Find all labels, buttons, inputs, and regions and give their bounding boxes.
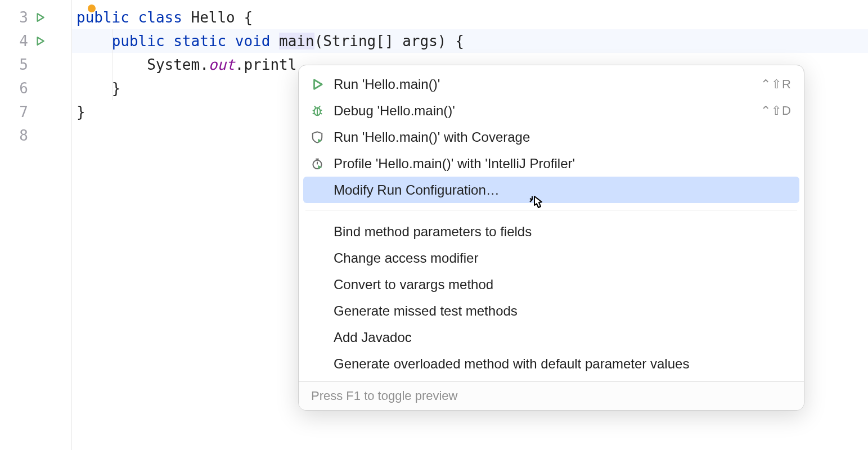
menu-item-run[interactable]: Run 'Hello.main()' ⌃⇧R — [299, 71, 804, 97]
menu-label: Add Javadoc — [334, 330, 791, 345]
code-line[interactable]: public class Hello { — [72, 6, 868, 29]
svg-line-3 — [320, 110, 322, 110]
footer-hint: Press F1 to toggle preview — [311, 389, 457, 403]
menu-item-debug[interactable]: Debug 'Hello.main()' ⌃⇧D — [299, 97, 804, 124]
menu-label: Profile 'Hello.main()' with 'IntelliJ Pr… — [334, 156, 791, 172]
class-name: Hello — [191, 9, 235, 26]
warning-indicator-icon[interactable] — [88, 4, 96, 12]
menu-item-generate-tests[interactable]: Generate missed test methods — [299, 298, 804, 324]
menu-item-generate-overload[interactable]: Generate overloaded method with default … — [299, 350, 804, 377]
menu-label: Generate missed test methods — [334, 303, 791, 319]
svg-line-4 — [313, 113, 314, 114]
run-icon[interactable] — [35, 12, 45, 22]
gutter-row[interactable]: 4 — [0, 29, 71, 53]
gutter-row[interactable]: 7 — [0, 100, 71, 124]
indent — [77, 33, 112, 50]
line-number: 6 — [17, 80, 28, 97]
menu-label: Change access modifier — [334, 250, 791, 266]
identifier: System. — [147, 56, 209, 73]
method-name: main — [279, 33, 314, 50]
menu-item-bind-params[interactable]: Bind method parameters to fields — [299, 218, 804, 245]
gutter-row[interactable]: 3 — [0, 6, 71, 29]
line-number: 3 — [17, 9, 28, 26]
indent-guide — [113, 29, 113, 100]
menu-shortcut: ⌃⇧D — [761, 104, 791, 118]
svg-line-2 — [313, 110, 314, 110]
gutter-row[interactable]: 8 — [0, 124, 71, 147]
params: (String[] args) { — [314, 33, 464, 50]
code-line-highlighted[interactable]: public static void main(String[] args) { — [72, 29, 868, 53]
svg-line-5 — [320, 113, 322, 114]
line-number: 7 — [17, 104, 28, 120]
menu-item-add-javadoc[interactable]: Add Javadoc — [299, 324, 804, 350]
gutter-row[interactable]: 5 — [0, 53, 71, 76]
indent — [77, 56, 147, 73]
menu-label: Generate overloaded method with default … — [334, 356, 791, 372]
menu-footer: Press F1 to toggle preview — [299, 381, 804, 410]
line-number: 8 — [17, 127, 28, 144]
menu-shortcut: ⌃⇧R — [761, 77, 791, 92]
menu-label: Convert to varargs method — [334, 277, 791, 292]
menu-item-access-modifier[interactable]: Change access modifier — [299, 245, 804, 271]
stopwatch-run-icon — [311, 158, 334, 170]
menu-item-modify-config[interactable]: Modify Run Configuration… — [303, 177, 799, 203]
menu-item-varargs[interactable]: Convert to varargs method — [299, 271, 804, 298]
menu-label: Run 'Hello.main()' with Coverage — [334, 129, 791, 145]
bug-icon — [311, 105, 334, 117]
menu-item-coverage[interactable]: Run 'Hello.main()' with Coverage — [299, 124, 804, 150]
brace: } — [77, 104, 86, 120]
menu-section-run: Run 'Hello.main()' ⌃⇧R Debug 'Hello.main… — [299, 65, 804, 208]
shield-run-icon — [311, 131, 334, 143]
menu-separator — [305, 210, 797, 210]
method-call: .printl — [235, 56, 297, 73]
line-number: 5 — [17, 56, 28, 73]
line-number: 4 — [17, 33, 28, 50]
menu-item-profile[interactable]: Profile 'Hello.main()' with 'IntelliJ Pr… — [299, 150, 804, 177]
menu-section-refactor: Bind method parameters to fields Change … — [299, 213, 804, 381]
brace: { — [235, 9, 253, 26]
gutter-row[interactable]: 6 — [0, 76, 71, 100]
menu-label: Modify Run Configuration… — [334, 182, 791, 198]
menu-label: Debug 'Hello.main()' — [334, 103, 761, 119]
gutter: 3 4 5 6 7 8 — [0, 0, 72, 450]
run-icon — [311, 78, 334, 91]
indent — [77, 80, 112, 97]
menu-label: Run 'Hello.main()' — [334, 76, 761, 92]
run-icon[interactable] — [35, 36, 45, 46]
context-menu: Run 'Hello.main()' ⌃⇧R Debug 'Hello.main… — [298, 65, 804, 411]
menu-label: Bind method parameters to fields — [334, 224, 791, 240]
keyword: public static void — [112, 33, 279, 50]
field: out — [209, 56, 235, 73]
